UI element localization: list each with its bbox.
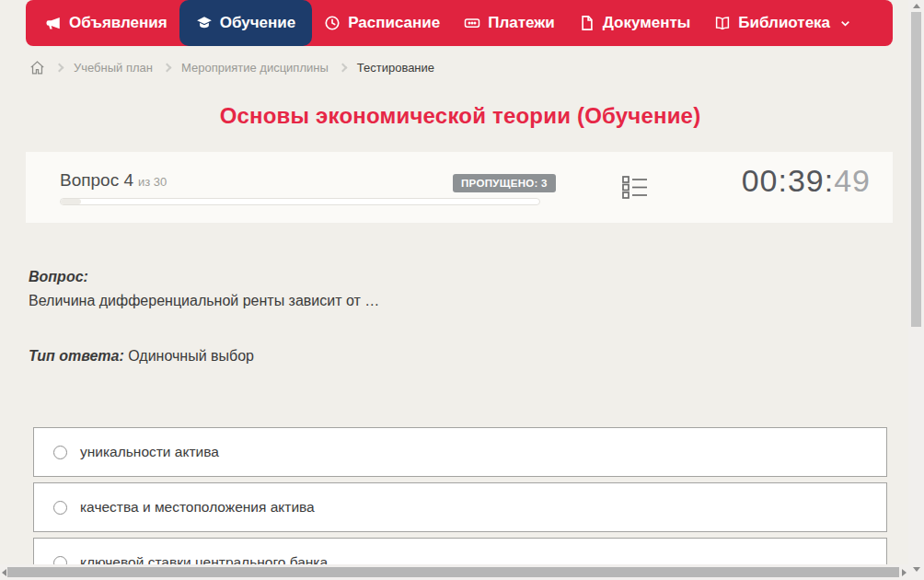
answer-option-1[interactable]: уникальности актива	[33, 427, 887, 477]
answer-option-2[interactable]: качества и местоположения актива	[33, 482, 887, 532]
chevron-right-icon	[55, 63, 64, 72]
timer-seconds: 49	[834, 163, 871, 198]
page-title: Основы экономической теории (Обучение)	[0, 103, 920, 129]
scroll-down-arrow-icon[interactable]	[913, 567, 920, 572]
nav-item-announcements[interactable]: Объявления	[33, 0, 179, 46]
nav-item-documents[interactable]: Документы	[567, 0, 703, 46]
breadcrumb: Учебный план Мероприятие дисциплины Тест…	[29, 56, 434, 78]
question-number: Вопрос 4	[60, 170, 133, 190]
open-book-icon	[714, 15, 731, 31]
progress-bar	[60, 198, 540, 205]
question-counter: Вопрос 4из 30	[60, 170, 167, 191]
vertical-scrollbar[interactable]	[908, 0, 924, 580]
chevron-down-icon	[839, 17, 851, 29]
nav-item-payments[interactable]: Платежи	[452, 0, 567, 46]
horizontal-scrollbar-thumb[interactable]	[7, 567, 899, 577]
vertical-scrollbar-thumb[interactable]	[911, 12, 921, 327]
answer-type-label: Тип ответа:	[29, 348, 124, 364]
nav-item-label: Библиотека	[738, 14, 830, 32]
nav-item-label: Обучение	[220, 14, 295, 32]
horizontal-scrollbar[interactable]	[0, 564, 908, 580]
answer-option-label: уникальности актива	[80, 444, 219, 460]
banknote-icon	[464, 15, 480, 31]
question-header-card: Вопрос 4из 30 ПРОПУЩЕНО: 3 00:39:49	[26, 152, 893, 223]
scroll-right-arrow-icon[interactable]	[902, 569, 907, 576]
document-icon	[579, 15, 595, 31]
skipped-badge: ПРОПУЩЕНО: 3	[453, 174, 556, 192]
graduation-cap-icon	[196, 15, 213, 31]
answer-type-value: Одиночный выбор	[128, 348, 254, 364]
nav-item-label: Платежи	[488, 14, 555, 32]
megaphone-icon	[45, 15, 62, 31]
nav-item-library[interactable]: Библиотека	[702, 0, 863, 46]
answer-type-line: Тип ответа: Одиночный выбор	[29, 348, 254, 365]
top-navbar: Объявления Обучение Расписание Платежи Д…	[26, 0, 893, 46]
breadcrumb-study-plan[interactable]: Учебный план	[74, 61, 153, 75]
clock-icon	[324, 15, 341, 31]
radio-button[interactable]	[53, 501, 67, 515]
chevron-right-icon	[338, 63, 347, 72]
countdown-timer: 00:39:49	[742, 163, 871, 199]
chevron-right-icon	[163, 63, 172, 72]
nav-item-label: Объявления	[69, 14, 167, 32]
home-icon[interactable]	[29, 60, 45, 75]
nav-item-schedule[interactable]: Расписание	[312, 0, 452, 46]
nav-item-label: Расписание	[348, 14, 440, 32]
answer-option-label: качества и местоположения актива	[80, 499, 315, 516]
question-label: Вопрос:	[29, 269, 88, 285]
breadcrumb-testing: Тестирование	[357, 61, 434, 75]
nav-item-education[interactable]: Обучение	[179, 0, 312, 46]
timer-hours-minutes: 00:39:	[742, 163, 835, 198]
nav-item-label: Документы	[603, 14, 691, 32]
progress-bar-fill	[61, 199, 81, 204]
scroll-up-arrow-icon[interactable]	[913, 4, 920, 8]
radio-button[interactable]	[53, 446, 67, 459]
question-list-icon[interactable]	[622, 175, 648, 200]
scroll-left-arrow-icon[interactable]	[2, 569, 6, 576]
question-text: Величина дифференциальной ренты зависит …	[29, 293, 379, 309]
breadcrumb-discipline-event[interactable]: Мероприятие дисциплины	[181, 61, 329, 75]
question-of-total: из 30	[138, 175, 167, 189]
